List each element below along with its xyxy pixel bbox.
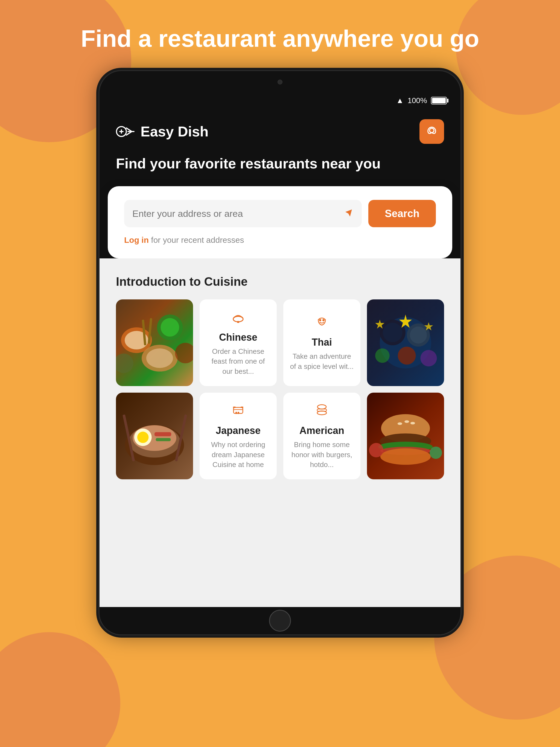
- svg-point-52: [369, 443, 384, 458]
- wifi-icon: ▲: [396, 96, 404, 105]
- american-card-icon: [314, 403, 329, 420]
- svg-rect-13: [237, 321, 239, 323]
- tablet-bottom-bezel: [100, 607, 460, 634]
- tablet-top-bezel: [100, 71, 460, 93]
- search-input[interactable]: [132, 208, 340, 219]
- chinese-card-icon: [231, 309, 246, 327]
- svg-point-1: [430, 128, 434, 133]
- chinese-card[interactable]: Chinese Order a Chinese feast from one o…: [200, 300, 277, 386]
- svg-rect-37: [233, 407, 236, 408]
- page-headline: Find a restaurant anywhere you go: [0, 25, 560, 52]
- battery-fill: [432, 98, 446, 103]
- home-button[interactable]: [269, 610, 291, 632]
- svg-point-46: [404, 420, 409, 423]
- american-card-desc: Bring home some honor with burgers, hotd…: [290, 440, 354, 469]
- svg-point-51: [380, 448, 431, 465]
- logo-svg-icon: [116, 125, 135, 138]
- thai-card[interactable]: Thai Take an adventure of a spice level …: [283, 300, 360, 386]
- svg-point-45: [398, 422, 402, 425]
- svg-point-53: [430, 446, 442, 459]
- thai-card-icon: [314, 314, 329, 332]
- logo-row: Easy Dish: [116, 119, 444, 144]
- chinese-card-desc: Order a Chinese feast from one of our be…: [206, 346, 270, 376]
- search-hint-text: for your recent addresses: [149, 235, 244, 244]
- battery-icon: [431, 97, 447, 104]
- section-title: Introduction to Cuisine: [116, 275, 444, 288]
- american-card-name: American: [299, 425, 344, 436]
- thai-food-image[interactable]: [367, 300, 444, 386]
- chinese-food-image[interactable]: [116, 300, 193, 386]
- svg-point-7: [146, 349, 173, 368]
- svg-rect-32: [154, 432, 171, 436]
- search-hint: Log in for your recent addresses: [124, 235, 436, 245]
- thai-card-desc: Take an adventure of a spice level wit..…: [290, 351, 354, 371]
- svg-point-14: [319, 319, 321, 321]
- svg-rect-33: [156, 438, 171, 441]
- app-name: Easy Dish: [141, 123, 209, 140]
- svg-point-31: [137, 432, 149, 443]
- app-content: Easy Dish Find your favorite restaurants…: [100, 108, 460, 607]
- svg-point-15: [322, 319, 325, 321]
- japanese-food-image[interactable]: [116, 393, 193, 479]
- svg-point-47: [410, 422, 415, 424]
- login-link[interactable]: Log in: [124, 235, 149, 244]
- front-camera: [278, 80, 282, 84]
- japanese-card-icon: [231, 403, 246, 420]
- status-bar: ▲ 100%: [100, 93, 460, 108]
- svg-point-5: [161, 318, 179, 337]
- svg-point-21: [398, 347, 416, 365]
- cuisine-grid: Chinese Order a Chinese feast from one o…: [116, 300, 444, 479]
- thai-card-name: Thai: [312, 337, 332, 348]
- american-food-image[interactable]: [367, 393, 444, 479]
- chinese-card-name: Chinese: [219, 332, 257, 343]
- japanese-card-desc: Why not ordering dream Japanese Cuisine …: [206, 440, 270, 469]
- svg-rect-38: [240, 407, 244, 408]
- svg-point-22: [375, 349, 390, 363]
- svg-point-18: [383, 323, 402, 342]
- battery-percentage: 100%: [407, 96, 427, 105]
- search-card: Search Log in for your recent addresses: [108, 186, 452, 258]
- blob-bottom-left: [0, 632, 120, 747]
- main-content: Introduction to Cuisine Chinese Order: [100, 258, 460, 607]
- japanese-card-name: Japanese: [216, 425, 261, 436]
- svg-point-23: [421, 350, 437, 366]
- search-input-wrap[interactable]: [124, 200, 362, 227]
- svg-point-20: [410, 327, 427, 343]
- logo-icon: [116, 122, 135, 141]
- send-location-icon: [344, 208, 354, 219]
- app-logo: Easy Dish: [116, 122, 209, 141]
- svg-point-41: [317, 405, 326, 409]
- app-header: Easy Dish Find your favorite restaurants…: [100, 108, 460, 186]
- american-card[interactable]: American Bring home some honor with burg…: [283, 393, 360, 479]
- location-button[interactable]: [419, 119, 444, 144]
- svg-rect-40: [238, 412, 239, 414]
- location-pin-icon: [426, 126, 438, 137]
- app-tagline: Find your favorite restaurants near you: [116, 155, 444, 173]
- svg-point-10: [175, 343, 193, 363]
- svg-point-11: [116, 354, 133, 373]
- svg-rect-39: [235, 412, 237, 414]
- japanese-card[interactable]: Japanese Why not ordering dream Japanese…: [200, 393, 277, 479]
- blob-top-right: [456, 0, 560, 115]
- search-row: Search: [124, 200, 436, 227]
- tablet-frame: ▲ 100% Easy: [100, 71, 460, 634]
- search-button[interactable]: Search: [368, 200, 436, 227]
